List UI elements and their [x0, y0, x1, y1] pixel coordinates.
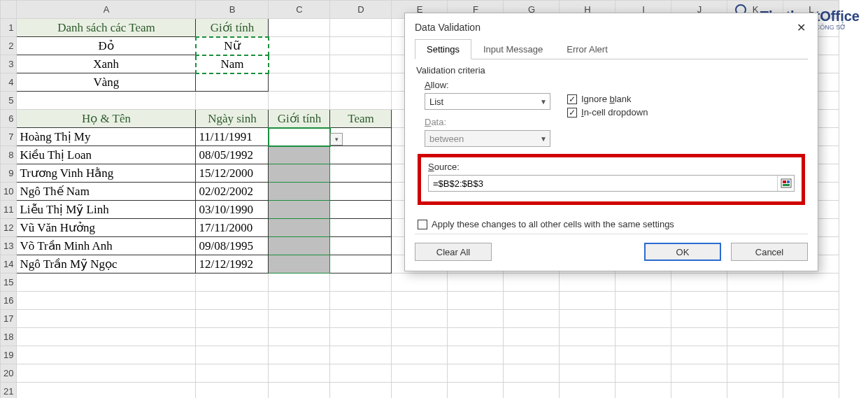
cell[interactable]	[269, 164, 330, 183]
cell[interactable]	[330, 237, 392, 255]
cell[interactable]	[504, 310, 560, 328]
cell[interactable]	[17, 383, 196, 399]
cell[interactable]: Nữ	[196, 37, 269, 55]
cell[interactable]	[671, 292, 727, 310]
row-header[interactable]: 1	[1, 19, 17, 37]
apply-all-checkbox[interactable]: Apply these changes to all other cells w…	[418, 219, 808, 229]
cell[interactable]	[269, 92, 330, 110]
row-header[interactable]: 21	[1, 383, 17, 399]
row-header[interactable]: 12	[1, 219, 17, 237]
tab-settings[interactable]: Settings	[415, 39, 471, 59]
cell[interactable]	[330, 364, 392, 383]
cell[interactable]	[504, 383, 560, 399]
cell[interactable]	[17, 292, 196, 310]
cell[interactable]	[560, 328, 616, 346]
col-header[interactable]: B	[196, 1, 269, 19]
cell[interactable]	[330, 292, 392, 310]
cell[interactable]	[671, 273, 727, 292]
row-header[interactable]: 6	[1, 110, 17, 128]
cell[interactable]	[616, 292, 671, 310]
cell[interactable]: Xanh	[17, 55, 196, 73]
cell[interactable]	[504, 364, 560, 383]
cell[interactable]	[330, 328, 392, 346]
cell[interactable]	[560, 364, 616, 383]
cell[interactable]	[616, 383, 671, 399]
cell[interactable]	[448, 383, 504, 399]
cell[interactable]	[671, 346, 727, 364]
cell[interactable]: Giới tính	[196, 19, 269, 37]
cell[interactable]	[330, 219, 392, 237]
cell[interactable]: 02/02/2002	[196, 183, 269, 201]
cell[interactable]	[269, 128, 330, 146]
cell[interactable]	[727, 273, 783, 292]
corner-cell[interactable]	[1, 1, 17, 19]
cell[interactable]: 17/11/2000	[196, 219, 269, 237]
cell[interactable]	[671, 364, 727, 383]
cell[interactable]	[783, 328, 839, 346]
cell[interactable]	[17, 273, 196, 292]
cell[interactable]	[196, 328, 269, 346]
tab-input-message[interactable]: Input Message	[471, 39, 555, 59]
cell[interactable]: Ngô Trần Mỹ Ngọc	[17, 255, 196, 273]
row-header[interactable]: 11	[1, 201, 17, 219]
cell[interactable]: 08/05/1992	[196, 146, 269, 164]
row-header[interactable]: 13	[1, 237, 17, 255]
cell[interactable]	[330, 346, 392, 364]
cell[interactable]	[330, 146, 392, 164]
cell[interactable]	[616, 364, 671, 383]
cell[interactable]: 09/08/1995	[196, 237, 269, 255]
cell[interactable]	[330, 310, 392, 328]
cell[interactable]	[196, 346, 269, 364]
cell[interactable]	[560, 346, 616, 364]
cell[interactable]	[330, 273, 392, 292]
cell[interactable]	[196, 92, 269, 110]
cell-dropdown-button[interactable]: ▾	[330, 133, 343, 145]
cell[interactable]	[330, 19, 392, 37]
cell[interactable]	[269, 201, 330, 219]
close-button[interactable]: ✕	[791, 20, 811, 34]
cell[interactable]: Đỏ	[17, 37, 196, 55]
row-header[interactable]: 9	[1, 164, 17, 183]
cell[interactable]	[616, 273, 671, 292]
cell[interactable]	[269, 19, 330, 37]
cell[interactable]: Ngày sinh	[196, 110, 269, 128]
cell[interactable]: Giới tính	[269, 110, 330, 128]
cell[interactable]	[783, 383, 839, 399]
cell[interactable]	[330, 183, 392, 201]
cell[interactable]	[269, 310, 330, 328]
cell[interactable]	[330, 55, 392, 73]
cell[interactable]: Team	[330, 110, 392, 128]
cell[interactable]	[330, 383, 392, 399]
cell[interactable]	[392, 383, 448, 399]
cell[interactable]	[269, 55, 330, 73]
cell[interactable]	[196, 292, 269, 310]
cell[interactable]	[330, 164, 392, 183]
cell[interactable]	[727, 328, 783, 346]
cell[interactable]	[17, 346, 196, 364]
cell[interactable]	[448, 346, 504, 364]
cell[interactable]	[727, 383, 783, 399]
cell[interactable]	[17, 328, 196, 346]
cell[interactable]	[616, 346, 671, 364]
cell[interactable]	[448, 364, 504, 383]
cell[interactable]	[330, 92, 392, 110]
cell[interactable]	[269, 37, 330, 55]
cell[interactable]: 03/10/1990	[196, 201, 269, 219]
cell[interactable]	[560, 273, 616, 292]
cell[interactable]: 15/12/2000	[196, 164, 269, 183]
cell[interactable]	[783, 273, 839, 292]
cell[interactable]	[727, 364, 783, 383]
cell[interactable]	[616, 328, 671, 346]
cell[interactable]	[269, 346, 330, 364]
col-header[interactable]: D	[330, 1, 392, 19]
cell[interactable]	[330, 73, 392, 92]
cell[interactable]: Vũ Văn Hưởng	[17, 219, 196, 237]
cell[interactable]: Kiều Thị Loan	[17, 146, 196, 164]
cell[interactable]	[504, 292, 560, 310]
cell[interactable]	[269, 73, 330, 92]
incell-dropdown-checkbox[interactable]: ✓ In-cell dropdown	[567, 107, 648, 118]
cell[interactable]	[392, 273, 448, 292]
cell[interactable]	[727, 310, 783, 328]
cell[interactable]	[504, 273, 560, 292]
cell[interactable]	[448, 328, 504, 346]
